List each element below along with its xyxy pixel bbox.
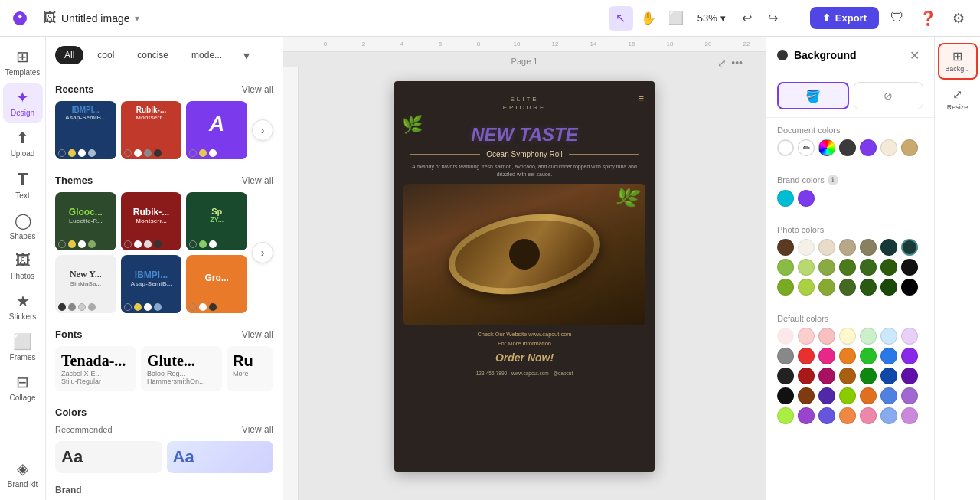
pc-3-7[interactable] [901, 279, 918, 296]
far-right-resize[interactable]: ⤢ Resize [938, 83, 978, 116]
doc-color-dark[interactable] [839, 139, 856, 156]
doc-color-spectrum[interactable] [818, 139, 835, 156]
theme-card-3[interactable]: Sp ZY... [186, 192, 247, 250]
doc-color-gold[interactable] [901, 139, 918, 156]
dc-3-6[interactable] [880, 368, 897, 384]
color-card-1[interactable]: Aa [55, 441, 162, 473]
pc-1-4[interactable] [839, 239, 856, 256]
dc-5-7[interactable] [901, 407, 918, 424]
recents-view-all[interactable]: View all [242, 84, 273, 95]
dc-2-1[interactable] [777, 348, 794, 364]
pc-3-5[interactable] [860, 279, 877, 296]
filter-concise[interactable]: concise [128, 46, 178, 64]
font-card-1[interactable]: Tenada-... Zacbel X-E... Stilu-Regular [55, 346, 136, 391]
dc-4-5[interactable] [860, 387, 877, 404]
theme-card-4[interactable]: New Y... SinkinSa... [55, 255, 116, 313]
themes-next-button[interactable]: › [252, 242, 273, 263]
dc-4-7[interactable] [901, 387, 918, 404]
dc-3-2[interactable] [798, 368, 815, 384]
dc-2-6[interactable] [880, 348, 897, 364]
filter-more-button[interactable]: ▾ [236, 44, 257, 66]
dc-5-1[interactable] [777, 407, 794, 424]
zoom-control[interactable]: 53% ▾ [691, 9, 732, 27]
dc-1-1[interactable] [777, 328, 794, 345]
pc-1-2[interactable] [798, 239, 815, 256]
dc-2-7[interactable] [901, 348, 918, 364]
colors-view-all[interactable]: View all [242, 424, 273, 435]
brand-color-cyan[interactable] [777, 190, 794, 207]
frame-tool[interactable]: ⬜ [664, 6, 688, 31]
pc-3-4[interactable] [839, 279, 856, 296]
dc-4-1[interactable] [777, 387, 794, 404]
pc-3-1[interactable] [777, 279, 794, 296]
recents-next-button[interactable]: › [252, 119, 273, 141]
font-card-more[interactable]: Ru More [227, 346, 273, 391]
pc-2-7[interactable] [901, 259, 918, 276]
pc-2-5[interactable] [860, 259, 877, 276]
sidebar-item-text[interactable]: T Text [3, 165, 43, 205]
color-card-2[interactable]: Aa [167, 441, 274, 473]
undo-button[interactable]: ↩ [735, 6, 760, 31]
pc-2-3[interactable] [818, 259, 835, 276]
dc-2-5[interactable] [860, 348, 877, 364]
dc-1-7[interactable] [901, 328, 918, 345]
dc-4-4[interactable] [839, 387, 856, 404]
dc-1-2[interactable] [798, 328, 815, 345]
far-right-background[interactable]: ⊞ Backg... [938, 43, 978, 80]
background-panel-close[interactable]: ✕ [905, 46, 923, 64]
cursor-tool[interactable]: ↖ [609, 6, 633, 31]
dc-3-4[interactable] [839, 368, 856, 384]
recent-card-3[interactable]: A [186, 101, 247, 159]
dc-4-6[interactable] [880, 387, 897, 404]
dc-5-6[interactable] [880, 407, 897, 424]
sidebar-item-frames[interactable]: ⬜ Frames [3, 328, 43, 367]
dc-3-7[interactable] [901, 368, 918, 384]
sidebar-item-photos[interactable]: 🖼 Photos [3, 247, 43, 286]
pc-1-3[interactable] [818, 239, 835, 256]
pc-1-7[interactable] [901, 239, 918, 256]
dc-4-2[interactable] [798, 387, 815, 404]
dc-3-1[interactable] [777, 368, 794, 384]
settings-icon[interactable]: ⚙ [946, 6, 971, 31]
sidebar-item-stickers[interactable]: ★ Stickers [3, 287, 43, 326]
dc-1-6[interactable] [880, 328, 897, 345]
brand-color-purple[interactable] [798, 190, 815, 207]
filter-cool[interactable]: cool [88, 46, 123, 64]
dc-2-3[interactable] [818, 348, 835, 364]
sidebar-item-upload[interactable]: ⬆ Upload [3, 124, 43, 163]
fill-image-button[interactable]: ⊘ [854, 82, 924, 109]
pc-3-3[interactable] [818, 279, 835, 296]
pc-1-6[interactable] [880, 239, 897, 256]
help-icon[interactable]: ❓ [916, 6, 940, 31]
document-title-dropdown[interactable]: ▾ [135, 13, 139, 24]
doc-color-purple[interactable] [860, 139, 877, 156]
app-logo[interactable]: ✦ [9, 8, 31, 29]
theme-card-5[interactable]: IBMPl... Asap-SemiB... [121, 255, 182, 313]
pc-2-2[interactable] [798, 259, 815, 276]
recent-card-1[interactable]: IBMPl... Asap-SemiB... [55, 101, 116, 159]
pc-3-6[interactable] [880, 279, 897, 296]
theme-card-1[interactable]: Glooc... Lucette-R... [55, 192, 116, 250]
dc-3-5[interactable] [860, 368, 877, 384]
pc-1-5[interactable] [860, 239, 877, 256]
pc-2-4[interactable] [839, 259, 856, 276]
shield-icon[interactable]: 🛡 [885, 6, 910, 31]
dc-3-3[interactable] [818, 368, 835, 384]
export-button[interactable]: ⬆ Export [810, 7, 879, 29]
recent-card-2[interactable]: Rubik-... Montserr... [121, 101, 182, 159]
themes-view-all[interactable]: View all [242, 175, 273, 186]
theme-card-6[interactable]: Gro... [186, 255, 247, 313]
sidebar-item-design[interactable]: ✦ Design [3, 83, 43, 123]
more-options-icon[interactable]: ••• [731, 57, 743, 69]
dc-1-5[interactable] [860, 328, 877, 345]
pc-2-1[interactable] [777, 259, 794, 276]
dc-1-3[interactable] [818, 328, 835, 345]
font-card-2[interactable]: Glute... Baloo-Reg... HammersmithOn... [141, 346, 222, 391]
fill-color-button[interactable]: 🪣 [777, 82, 849, 109]
theme-card-2[interactable]: Rubik-... Montserr... [121, 192, 182, 250]
hand-tool[interactable]: ✋ [636, 6, 661, 31]
dc-4-3[interactable] [818, 387, 835, 404]
fonts-view-all[interactable]: View all [242, 329, 273, 340]
sidebar-item-shapes[interactable]: ◯ Shapes [3, 207, 43, 246]
dc-5-5[interactable] [860, 407, 877, 424]
